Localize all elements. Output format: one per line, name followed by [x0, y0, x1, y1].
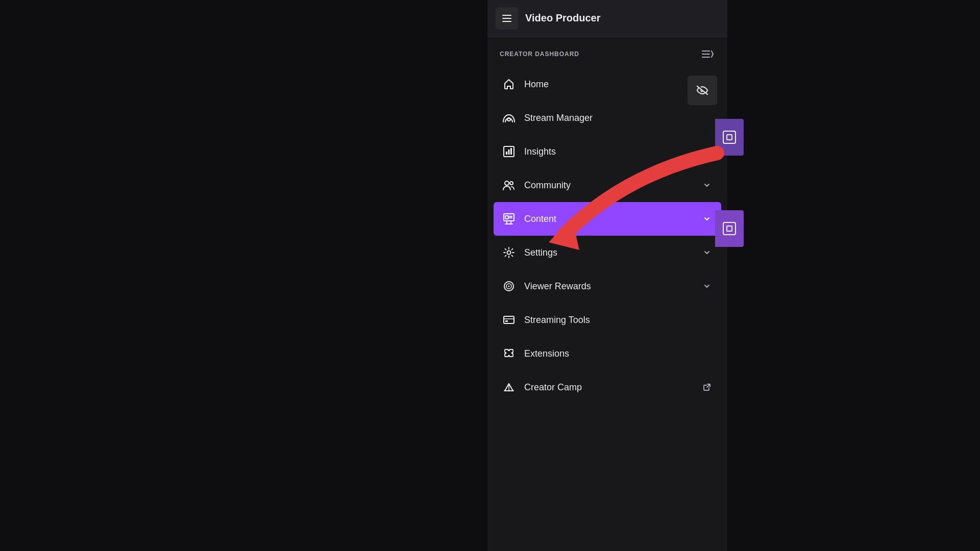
section-header: CREATOR DASHBOARD — [487, 37, 727, 67]
sidebar-item-community-label: Community — [524, 180, 701, 191]
pin-button-2[interactable] — [715, 210, 744, 247]
sidebar-item-streaming-tools[interactable]: Streaming Tools — [494, 303, 721, 337]
sidebar-item-insights[interactable]: Insights — [494, 135, 721, 168]
home-icon — [502, 77, 516, 91]
streaming-tools-icon — [502, 313, 516, 327]
svg-line-4 — [712, 54, 713, 57]
svg-point-11 — [510, 182, 513, 185]
svg-line-3 — [712, 51, 713, 54]
sidebar-item-home-label: Home — [524, 79, 713, 90]
svg-rect-23 — [504, 316, 514, 323]
pin-inner-1 — [726, 134, 732, 140]
insights-chevron-icon — [701, 145, 713, 158]
hamburger-button[interactable] — [496, 7, 518, 30]
nav-list: Home Stream Manager — [487, 67, 727, 551]
sidebar-item-viewer-rewards[interactable]: Viewer Rewards — [494, 269, 721, 303]
svg-point-22 — [508, 286, 510, 287]
svg-rect-9 — [510, 148, 512, 155]
camp-icon — [502, 380, 516, 394]
external-link-icon — [701, 381, 713, 393]
sidebar-item-insights-label: Insights — [524, 146, 701, 157]
sidebar-item-stream-manager-label: Stream Manager — [524, 113, 713, 123]
pin-icon-1 — [723, 131, 736, 144]
settings-icon — [502, 245, 516, 260]
nav-item-extensions: Extensions — [494, 337, 721, 370]
nav-item-streaming-tools: Streaming Tools — [494, 303, 721, 337]
nav-item-settings: Settings — [494, 236, 721, 269]
sidebar-item-stream-manager[interactable]: Stream Manager — [494, 101, 721, 135]
nav-item-creator-camp: Creator Camp — [494, 370, 721, 404]
extensions-icon — [502, 346, 516, 361]
viewer-rewards-chevron-icon — [701, 280, 713, 292]
sidebar-item-content-label: Content — [524, 214, 701, 224]
community-chevron-icon — [701, 179, 713, 191]
sidebar-item-creator-camp-label: Creator Camp — [524, 382, 701, 393]
hamburger-icon — [502, 15, 511, 22]
collapse-button[interactable] — [701, 47, 715, 61]
section-label: CREATOR DASHBOARD — [500, 51, 579, 58]
sidebar-item-settings[interactable]: Settings — [494, 236, 721, 269]
sidebar-item-streaming-tools-label: Streaming Tools — [524, 315, 713, 325]
nav-item-stream-manager: Stream Manager — [494, 101, 721, 135]
svg-rect-25 — [505, 320, 508, 322]
nav-item-insights: Insights — [494, 135, 721, 168]
broadcast-icon — [502, 111, 516, 125]
settings-chevron-icon — [701, 246, 713, 259]
nav-item-viewer-rewards: Viewer Rewards — [494, 269, 721, 303]
sidebar-item-extensions[interactable]: Extensions — [494, 337, 721, 370]
pin-inner-2 — [726, 226, 732, 232]
nav-item-content: Content — [494, 202, 721, 236]
svg-rect-7 — [506, 152, 507, 155]
svg-rect-8 — [508, 149, 510, 155]
content-chevron-icon — [701, 213, 713, 225]
rewards-icon — [502, 279, 516, 293]
sidebar-item-extensions-label: Extensions — [524, 348, 713, 359]
sidebar-item-viewer-rewards-label: Viewer Rewards — [524, 281, 701, 292]
sidebar-item-settings-label: Settings — [524, 247, 701, 258]
sidebar-item-creator-camp[interactable]: Creator Camp — [494, 370, 721, 404]
nav-item-community: Community — [494, 168, 721, 202]
eye-slash-button[interactable] — [688, 76, 717, 105]
chart-icon — [502, 144, 516, 159]
svg-rect-13 — [505, 216, 508, 219]
pin-icon-2 — [723, 222, 736, 235]
community-icon — [502, 178, 516, 192]
header-title: Video Producer — [525, 12, 600, 24]
outer-wrapper: Video Producer CREATOR DASHBOARD — [253, 0, 727, 551]
sidebar-header: Video Producer — [487, 0, 727, 37]
sidebar-item-content[interactable]: Content — [494, 202, 721, 236]
pin-button-1[interactable] — [715, 119, 744, 156]
svg-point-19 — [507, 251, 511, 255]
sidebar-item-community[interactable]: Community — [494, 168, 721, 202]
content-icon — [502, 212, 516, 226]
svg-point-10 — [505, 181, 509, 185]
